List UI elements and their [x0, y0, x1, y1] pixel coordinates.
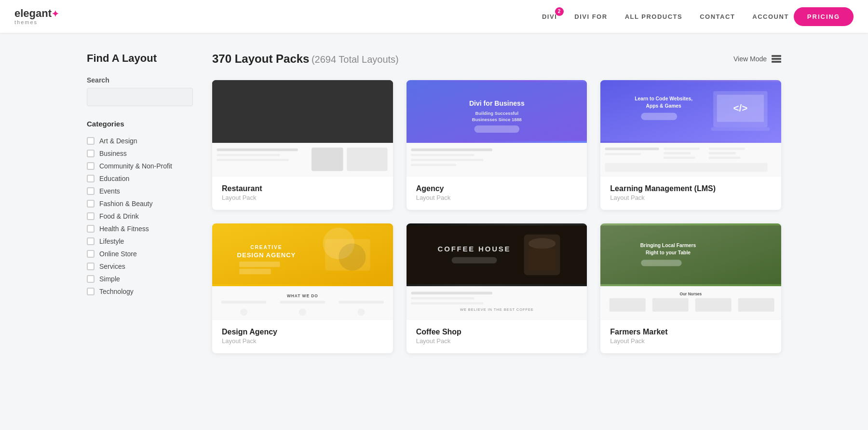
card-subtitle-coffee-shop: Layout Pack [416, 337, 578, 345]
nav-item-contact[interactable]: CONTACT [700, 11, 735, 22]
logo-sub: themes [14, 19, 59, 25]
page-body: Find A Layout Search Categories Art & De… [72, 33, 796, 373]
category-item-events[interactable]: Events [87, 185, 193, 197]
svg-rect-18 [411, 159, 483, 161]
svg-rect-74 [610, 298, 646, 312]
svg-rect-49 [280, 301, 325, 304]
nav-item-all-products[interactable]: ALL PRODUCTS [625, 11, 683, 22]
card-coffee-shop[interactable]: COFFEE HOUSE WE BELIEVE IN THE BEST COFF… [407, 223, 587, 353]
category-checkbox-food-drink[interactable] [87, 212, 95, 220]
svg-rect-31 [664, 148, 700, 150]
category-item-business[interactable]: Business [87, 147, 193, 160]
categories-title: Categories [87, 120, 193, 128]
svg-rect-64 [411, 302, 483, 305]
pricing-button[interactable]: PRICING [794, 7, 854, 26]
svg-rect-60 [451, 257, 497, 264]
svg-rect-7 [217, 159, 289, 161]
view-mode-toggle[interactable]: View Mode [733, 55, 781, 63]
category-item-online-store[interactable]: Online Store [87, 248, 193, 260]
card-preview-design-agency: CREATIVE DESIGN AGENCY WHAT WE DO [212, 223, 393, 320]
card-subtitle-design-agency: Layout Pack [222, 337, 383, 345]
category-item-education[interactable]: Education [87, 172, 193, 185]
category-item-lifestyle[interactable]: Lifestyle [87, 235, 193, 248]
category-label-lifestyle: Lifestyle [99, 237, 124, 245]
category-label-food-drink: Food & Drink [99, 212, 139, 220]
svg-rect-58 [529, 248, 556, 271]
category-checkbox-online-store[interactable] [87, 250, 95, 258]
svg-text:Divi for Business: Divi for Business [469, 99, 525, 107]
nav-item-divi[interactable]: DIVI 2 [542, 11, 557, 22]
category-checkbox-education[interactable] [87, 175, 95, 182]
svg-text:Our Nurses: Our Nurses [680, 291, 702, 296]
category-checkbox-simple[interactable] [87, 275, 95, 283]
main-content: 370 Layout Packs (2694 Total Layouts) Vi… [212, 52, 781, 353]
svg-point-51 [240, 308, 247, 316]
category-checkbox-technology[interactable] [87, 288, 95, 295]
card-info-design-agency: Design Agency Layout Pack [212, 320, 393, 353]
category-checkbox-fashion-beauty[interactable] [87, 200, 95, 208]
category-item-technology[interactable]: Technology [87, 285, 193, 298]
svg-rect-16 [411, 149, 492, 152]
card-preview-top-farmers-market: Bringing Local Farmers Right to your Tab… [600, 223, 781, 286]
svg-rect-35 [709, 152, 736, 154]
category-checkbox-health-fitness[interactable] [87, 225, 95, 233]
svg-rect-45 [239, 269, 271, 274]
card-info-lms: Learning Management (LMS) Layout Pack [600, 177, 781, 210]
svg-rect-32 [664, 152, 691, 154]
card-preview-top-restaurant: Only Quality Food [212, 80, 393, 143]
category-label-online-store: Online Store [99, 250, 137, 258]
card-title-restaurant: Restaurant [222, 184, 383, 193]
category-checkbox-lifestyle[interactable] [87, 237, 95, 245]
svg-rect-8 [312, 148, 343, 171]
card-restaurant[interactable]: Only Quality Food [212, 80, 393, 210]
logo[interactable]: elegant✦ themes [14, 8, 59, 25]
category-item-food-drink[interactable]: Food & Drink [87, 210, 193, 222]
svg-rect-19 [411, 164, 456, 166]
card-preview-bottom-agency [407, 143, 587, 177]
category-item-community-non-profit[interactable]: Community & Non-Profit [87, 160, 193, 172]
card-agency[interactable]: Divi for Business Building Successful Bu… [407, 80, 587, 210]
svg-text:Learn to Code Websites,: Learn to Code Websites, [635, 96, 692, 101]
card-preview-bottom-coffee-shop: WE BELIEVE IN THE BEST COFFEE [407, 286, 587, 320]
category-item-art-design[interactable]: Art & Design [87, 135, 193, 147]
card-info-coffee-shop: Coffee Shop Layout Pack [407, 320, 587, 353]
svg-rect-63 [411, 297, 474, 300]
svg-point-52 [299, 308, 306, 316]
card-preview-lms: Learn to Code Websites, Apps & Games </> [600, 80, 781, 177]
svg-point-53 [358, 308, 365, 316]
svg-text:Bringing Local Farmers: Bringing Local Farmers [640, 243, 696, 248]
search-label: Search [87, 76, 193, 84]
card-subtitle-lms: Layout Pack [610, 194, 772, 201]
category-checkbox-art-design[interactable] [87, 137, 95, 145]
category-checkbox-business[interactable] [87, 150, 95, 157]
svg-rect-41 [325, 239, 370, 271]
card-farmers-market[interactable]: Bringing Local Farmers Right to your Tab… [600, 223, 781, 353]
card-preview-restaurant: Only Quality Food [212, 80, 393, 177]
search-input[interactable] [87, 88, 193, 106]
card-lms[interactable]: Learn to Code Websites, Apps & Games </> [600, 80, 781, 210]
category-item-simple[interactable]: Simple [87, 273, 193, 285]
svg-rect-0 [212, 82, 393, 141]
category-item-fashion-beauty[interactable]: Fashion & Beauty [87, 197, 193, 210]
card-preview-bottom-lms [600, 143, 781, 177]
category-checkbox-services[interactable] [87, 263, 95, 270]
card-design-agency[interactable]: CREATIVE DESIGN AGENCY WHAT WE DO [212, 223, 393, 353]
category-label-art-design: Art & Design [99, 137, 137, 145]
svg-rect-76 [695, 298, 732, 312]
svg-text:Businesses Since 1888: Businesses Since 1888 [472, 117, 521, 122]
category-item-services[interactable]: Services [87, 260, 193, 273]
nav-item-account[interactable]: ACCOUNT [752, 11, 789, 22]
card-info-farmers-market: Farmers Market Layout Pack [600, 320, 781, 353]
category-label-business: Business [99, 150, 127, 157]
category-item-health-fitness[interactable]: Health & Fitness [87, 222, 193, 235]
category-checkbox-events[interactable] [87, 187, 95, 195]
card-preview-bottom-farmers-market: Our Nurses [600, 286, 781, 320]
category-label-education: Education [99, 175, 129, 182]
category-checkbox-community-non-profit[interactable] [87, 162, 95, 170]
card-preview-agency: Divi for Business Building Successful Bu… [407, 80, 587, 177]
svg-rect-34 [709, 148, 745, 150]
card-title-farmers-market: Farmers Market [610, 328, 772, 336]
nav-item-divi-for[interactable]: DIVI FOR [574, 11, 607, 22]
svg-text:Apps & Games: Apps & Games [646, 103, 682, 109]
svg-rect-36 [709, 156, 741, 159]
